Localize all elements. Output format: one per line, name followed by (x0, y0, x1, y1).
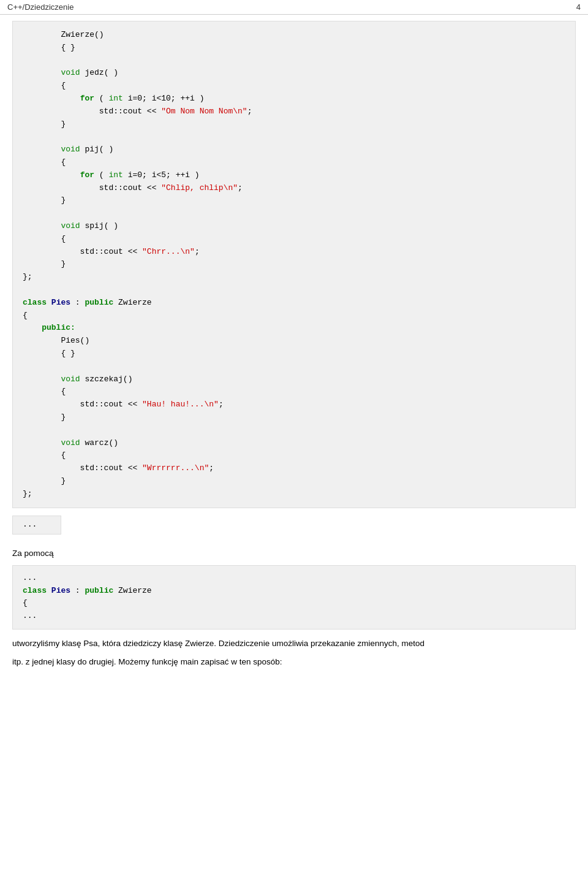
za-pomoca-text: Za pomocą (12, 547, 576, 560)
paragraph2: itp. z jednej klasy do drugiej. Możemy f… (12, 655, 576, 669)
main-code-block: Zwierze() { } void jedz( ) { for ( int i… (12, 21, 576, 508)
header-title: C++/Dziedziczenie (7, 2, 74, 12)
paragraph1: utworzyliśmy klasę Psa, która dziedziczy… (12, 637, 576, 650)
header-page-number: 4 (576, 2, 581, 12)
ellipsis-block: ... (12, 516, 61, 535)
main-content: Zwierze() { } void jedz( ) { for ( int i… (0, 15, 588, 679)
small-code-block: ... class Pies : public Zwierze { ... (12, 565, 576, 630)
page-header: C++/Dziedziczenie 4 (0, 0, 588, 15)
